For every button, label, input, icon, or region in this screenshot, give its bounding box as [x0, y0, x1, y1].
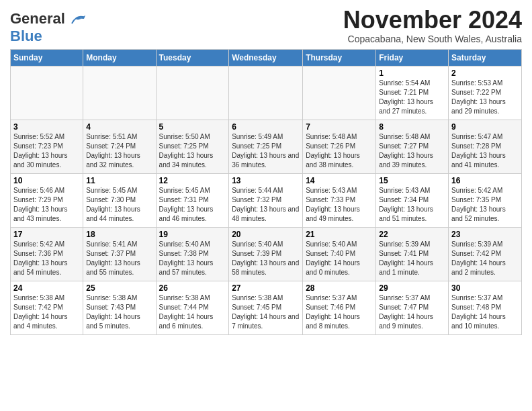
day-info: Sunrise: 5:41 AMSunset: 7:37 PMDaylight:… — [86, 240, 152, 277]
calendar-cell: 3Sunrise: 5:52 AMSunset: 7:23 PMDaylight… — [11, 120, 83, 174]
day-number: 12 — [159, 176, 226, 185]
calendar-cell: 26Sunrise: 5:38 AMSunset: 7:44 PMDayligh… — [156, 281, 229, 335]
calendar-week-row: 24Sunrise: 5:38 AMSunset: 7:42 PMDayligh… — [11, 281, 522, 335]
day-number: 18 — [86, 230, 152, 239]
day-info: Sunrise: 5:37 AMSunset: 7:48 PMDaylight:… — [451, 293, 519, 331]
day-info: Sunrise: 5:47 AMSunset: 7:28 PMDaylight:… — [451, 132, 519, 170]
day-number: 13 — [232, 176, 300, 185]
day-number: 28 — [306, 283, 373, 293]
calendar-cell: 16Sunrise: 5:42 AMSunset: 7:35 PMDayligh… — [449, 174, 522, 228]
day-number: 29 — [379, 283, 445, 293]
weekday-header-saturday: Saturday — [449, 50, 522, 66]
calendar-cell: 17Sunrise: 5:42 AMSunset: 7:36 PMDayligh… — [11, 228, 83, 281]
day-info: Sunrise: 5:42 AMSunset: 7:35 PMDaylight:… — [451, 186, 519, 224]
day-number: 5 — [159, 122, 226, 132]
day-info: Sunrise: 5:44 AMSunset: 7:32 PMDaylight:… — [232, 186, 300, 224]
calendar-cell: 14Sunrise: 5:43 AMSunset: 7:33 PMDayligh… — [303, 174, 376, 228]
day-info: Sunrise: 5:38 AMSunset: 7:45 PMDaylight:… — [232, 293, 300, 331]
day-info: Sunrise: 5:50 AMSunset: 7:25 PMDaylight:… — [159, 132, 226, 170]
calendar-cell: 18Sunrise: 5:41 AMSunset: 7:37 PMDayligh… — [83, 228, 156, 281]
weekday-header-thursday: Thursday — [303, 50, 376, 66]
calendar-cell — [156, 66, 229, 120]
day-info: Sunrise: 5:39 AMSunset: 7:42 PMDaylight:… — [451, 240, 519, 277]
calendar-cell — [83, 66, 156, 120]
day-number: 14 — [306, 176, 373, 185]
day-number: 6 — [232, 122, 300, 132]
day-info: Sunrise: 5:37 AMSunset: 7:47 PMDaylight:… — [379, 293, 445, 331]
calendar-week-row: 3Sunrise: 5:52 AMSunset: 7:23 PMDaylight… — [11, 120, 522, 174]
day-number: 23 — [451, 230, 519, 239]
title-section: November 2024 Copacabana, New South Wale… — [343, 7, 522, 44]
calendar-cell: 28Sunrise: 5:37 AMSunset: 7:46 PMDayligh… — [303, 281, 376, 335]
day-number: 1 — [379, 68, 445, 78]
day-info: Sunrise: 5:38 AMSunset: 7:44 PMDaylight:… — [159, 293, 226, 331]
calendar-week-row: 1Sunrise: 5:54 AMSunset: 7:21 PMDaylight… — [11, 66, 522, 120]
day-info: Sunrise: 5:51 AMSunset: 7:24 PMDaylight:… — [86, 132, 152, 170]
day-info: Sunrise: 5:52 AMSunset: 7:23 PMDaylight:… — [13, 132, 80, 170]
day-number: 26 — [159, 283, 226, 293]
day-number: 27 — [232, 283, 300, 293]
weekday-header-row: SundayMondayTuesdayWednesdayThursdayFrid… — [11, 50, 522, 66]
calendar-cell: 10Sunrise: 5:46 AMSunset: 7:29 PMDayligh… — [11, 174, 83, 228]
day-info: Sunrise: 5:40 AMSunset: 7:39 PMDaylight:… — [232, 240, 300, 277]
day-number: 9 — [451, 122, 519, 132]
location-text: Copacabana, New South Wales, Australia — [343, 34, 522, 44]
calendar-cell: 25Sunrise: 5:38 AMSunset: 7:43 PMDayligh… — [83, 281, 156, 335]
calendar-week-row: 10Sunrise: 5:46 AMSunset: 7:29 PMDayligh… — [11, 174, 522, 228]
calendar-cell: 20Sunrise: 5:40 AMSunset: 7:39 PMDayligh… — [229, 228, 303, 281]
calendar-table: SundayMondayTuesdayWednesdayThursdayFrid… — [10, 49, 522, 335]
weekday-header-friday: Friday — [376, 50, 449, 66]
day-info: Sunrise: 5:45 AMSunset: 7:31 PMDaylight:… — [159, 186, 226, 224]
calendar-cell: 21Sunrise: 5:40 AMSunset: 7:40 PMDayligh… — [303, 228, 376, 281]
calendar-cell: 30Sunrise: 5:37 AMSunset: 7:48 PMDayligh… — [449, 281, 522, 335]
weekday-header-monday: Monday — [83, 50, 156, 66]
weekday-header-sunday: Sunday — [11, 50, 83, 66]
day-number: 24 — [13, 283, 80, 293]
day-number: 20 — [232, 230, 300, 239]
day-info: Sunrise: 5:39 AMSunset: 7:41 PMDaylight:… — [379, 240, 445, 277]
day-info: Sunrise: 5:49 AMSunset: 7:25 PMDaylight:… — [232, 132, 300, 170]
day-number: 4 — [86, 122, 152, 132]
day-info: Sunrise: 5:42 AMSunset: 7:36 PMDaylight:… — [13, 240, 80, 277]
calendar-cell: 29Sunrise: 5:37 AMSunset: 7:47 PMDayligh… — [376, 281, 449, 335]
day-number: 15 — [379, 176, 445, 185]
calendar-cell: 24Sunrise: 5:38 AMSunset: 7:42 PMDayligh… — [11, 281, 83, 335]
weekday-header-tuesday: Tuesday — [156, 50, 229, 66]
month-title: November 2024 — [343, 7, 522, 34]
calendar-cell: 13Sunrise: 5:44 AMSunset: 7:32 PMDayligh… — [229, 174, 303, 228]
calendar-cell: 15Sunrise: 5:43 AMSunset: 7:34 PMDayligh… — [376, 174, 449, 228]
day-info: Sunrise: 5:48 AMSunset: 7:26 PMDaylight:… — [306, 132, 373, 170]
calendar-cell: 5Sunrise: 5:50 AMSunset: 7:25 PMDaylight… — [156, 120, 229, 174]
calendar-cell: 9Sunrise: 5:47 AMSunset: 7:28 PMDaylight… — [449, 120, 522, 174]
calendar-cell — [11, 66, 83, 120]
day-info: Sunrise: 5:40 AMSunset: 7:40 PMDaylight:… — [306, 240, 373, 277]
day-info: Sunrise: 5:46 AMSunset: 7:29 PMDaylight:… — [13, 186, 80, 224]
day-number: 11 — [86, 176, 152, 185]
calendar-cell — [303, 66, 376, 120]
day-info: Sunrise: 5:38 AMSunset: 7:42 PMDaylight:… — [13, 293, 80, 331]
calendar-cell: 11Sunrise: 5:45 AMSunset: 7:30 PMDayligh… — [83, 174, 156, 228]
day-number: 22 — [379, 230, 445, 239]
calendar-cell: 6Sunrise: 5:49 AMSunset: 7:25 PMDaylight… — [229, 120, 303, 174]
day-info: Sunrise: 5:54 AMSunset: 7:21 PMDaylight:… — [379, 79, 445, 116]
page-header: General Blue November 2024 Copacabana, N… — [10, 7, 522, 45]
calendar-cell: 8Sunrise: 5:48 AMSunset: 7:27 PMDaylight… — [376, 120, 449, 174]
day-info: Sunrise: 5:45 AMSunset: 7:30 PMDaylight:… — [86, 186, 152, 224]
day-number: 30 — [451, 283, 519, 293]
calendar-cell: 7Sunrise: 5:48 AMSunset: 7:26 PMDaylight… — [303, 120, 376, 174]
day-number: 10 — [13, 176, 80, 185]
day-info: Sunrise: 5:53 AMSunset: 7:22 PMDaylight:… — [451, 79, 519, 116]
day-info: Sunrise: 5:43 AMSunset: 7:34 PMDaylight:… — [379, 186, 445, 224]
day-info: Sunrise: 5:37 AMSunset: 7:46 PMDaylight:… — [306, 293, 373, 331]
calendar-week-row: 17Sunrise: 5:42 AMSunset: 7:36 PMDayligh… — [11, 228, 522, 281]
day-info: Sunrise: 5:40 AMSunset: 7:38 PMDaylight:… — [159, 240, 226, 277]
day-number: 21 — [306, 230, 373, 239]
day-info: Sunrise: 5:48 AMSunset: 7:27 PMDaylight:… — [379, 132, 445, 170]
calendar-cell: 12Sunrise: 5:45 AMSunset: 7:31 PMDayligh… — [156, 174, 229, 228]
calendar-cell: 22Sunrise: 5:39 AMSunset: 7:41 PMDayligh… — [376, 228, 449, 281]
calendar-cell: 4Sunrise: 5:51 AMSunset: 7:24 PMDaylight… — [83, 120, 156, 174]
calendar-cell: 2Sunrise: 5:53 AMSunset: 7:22 PMDaylight… — [449, 66, 522, 120]
day-number: 19 — [159, 230, 226, 239]
calendar-cell: 1Sunrise: 5:54 AMSunset: 7:21 PMDaylight… — [376, 66, 449, 120]
day-info: Sunrise: 5:43 AMSunset: 7:33 PMDaylight:… — [306, 186, 373, 224]
